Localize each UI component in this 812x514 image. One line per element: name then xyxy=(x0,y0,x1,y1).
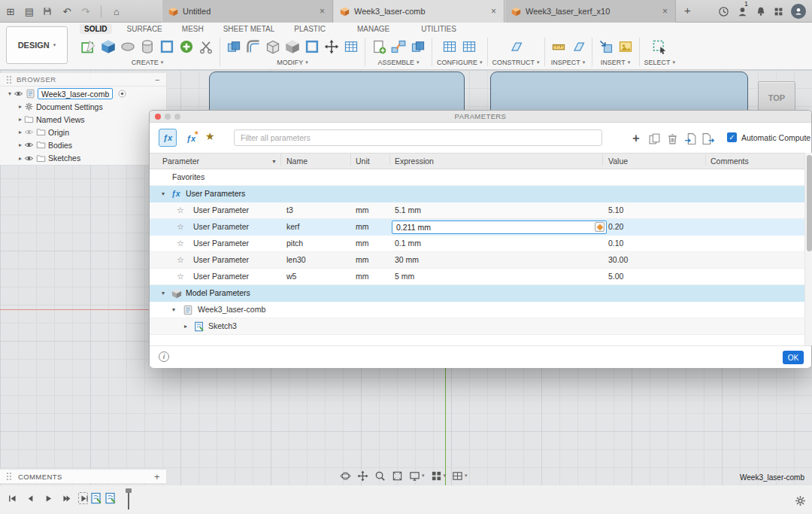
browser-item-named-views[interactable]: ▸ Named Views xyxy=(0,113,166,126)
insert-derive-icon[interactable] xyxy=(597,38,615,56)
timeline-sketch-feature[interactable] xyxy=(105,491,117,505)
apps-icon[interactable]: ⊞ xyxy=(5,6,17,17)
tab-solid[interactable]: SOLID xyxy=(80,24,112,34)
go-to-start-icon[interactable] xyxy=(8,494,17,503)
collapse-icon[interactable]: ▾ xyxy=(172,302,175,318)
user-parameters-group-row[interactable]: ▾ ƒx User Parameters xyxy=(150,186,804,202)
play-icon[interactable] xyxy=(44,494,53,503)
save-icon[interactable] xyxy=(42,6,54,17)
parameter-row-pitch[interactable]: ☆ User Parameter pitch mm 0.1 mm 0.10 xyxy=(150,236,804,252)
col-name[interactable]: Name xyxy=(286,154,308,169)
ok-button[interactable]: OK xyxy=(783,351,804,364)
home-icon[interactable]: ⌂ xyxy=(111,6,123,17)
filter-parameters-input[interactable] xyxy=(234,129,602,146)
col-value[interactable]: Value xyxy=(608,154,628,169)
tab-manage[interactable]: MANAGE xyxy=(353,24,394,34)
insert-menu[interactable]: INSERT▾ xyxy=(601,59,630,66)
activate-radio-icon[interactable] xyxy=(117,89,127,99)
section-analysis-icon[interactable] xyxy=(569,38,587,56)
model-parameters-group-row[interactable]: ▾ Model Parameters xyxy=(150,285,804,302)
parameter-row-len30[interactable]: ☆ User Parameter len30 mm 30 mm 30.00 xyxy=(150,252,804,269)
construction-plane-icon[interactable] xyxy=(507,38,525,56)
add-user-parameter-icon[interactable]: ƒx★ xyxy=(183,130,199,147)
app-grid-icon[interactable] xyxy=(774,7,783,17)
expression-input[interactable] xyxy=(392,221,607,234)
close-tab-icon[interactable]: × xyxy=(489,6,498,17)
grip-icon[interactable] xyxy=(6,75,12,84)
parameter-row-w5[interactable]: ☆ User Parameter w5 mm 5 mm 5.00 xyxy=(150,269,804,285)
visibility-eye-icon[interactable] xyxy=(24,154,34,163)
change-parameters-icon[interactable] xyxy=(342,38,360,56)
user-avatar[interactable] xyxy=(791,4,806,19)
expand-icon[interactable]: ▸ xyxy=(17,116,24,123)
new-component-icon[interactable] xyxy=(370,38,388,56)
timeline-sketch-feature[interactable] xyxy=(90,491,102,505)
inspect-menu[interactable]: INSPECT▾ xyxy=(551,59,586,66)
browser-item-bodies[interactable]: ▸ Bodies xyxy=(0,138,166,151)
info-icon[interactable]: i xyxy=(159,351,169,362)
browser-item-document-settings[interactable]: ▸ Document Settings xyxy=(0,100,166,113)
visibility-eye-icon[interactable] xyxy=(24,140,34,150)
sketch-row[interactable]: ▸ Sketch3 xyxy=(150,318,804,335)
expand-icon[interactable]: ▸ xyxy=(17,141,24,148)
construct-menu[interactable]: CONSTRUCT▾ xyxy=(492,59,540,66)
root-component-name[interactable]: Week3_laser-comb xyxy=(38,88,113,99)
scrollbar-thumb[interactable] xyxy=(807,155,812,251)
redo-icon[interactable]: ↷ xyxy=(80,6,92,17)
browser-item-origin[interactable]: ▸ Origin xyxy=(0,126,166,138)
sort-desc-icon[interactable]: ▼ xyxy=(271,154,277,169)
select-icon[interactable] xyxy=(650,38,668,56)
select-menu[interactable]: SELECT▾ xyxy=(644,59,676,66)
tab-surface[interactable]: SURFACE xyxy=(123,24,167,34)
collaborators-icon[interactable]: 1 xyxy=(737,6,748,17)
col-expression[interactable]: Expression xyxy=(395,154,434,169)
collapse-icon[interactable]: ▾ xyxy=(6,90,14,97)
parameter-row-t3[interactable]: ☆ User Parameter t3 mm 5.1 mm 5.10 xyxy=(150,202,804,219)
expand-icon[interactable]: ▸ xyxy=(184,318,187,334)
automatic-compute-checkbox[interactable]: ✓ xyxy=(727,132,737,142)
favorite-star-icon[interactable]: ☆ xyxy=(177,202,184,218)
grip-icon[interactable] xyxy=(6,472,12,481)
comments-panel[interactable]: COMMENTS + xyxy=(0,469,167,484)
collapse-panel-icon[interactable]: − xyxy=(155,75,160,84)
combine-icon[interactable] xyxy=(283,38,301,56)
sweep-icon[interactable] xyxy=(138,38,156,56)
tab-sheet-metal[interactable]: SHEET METAL xyxy=(219,24,280,34)
create-sketch-icon[interactable] xyxy=(80,38,98,56)
dialog-titlebar[interactable]: PARAMETERS xyxy=(150,111,811,123)
timeline-track[interactable] xyxy=(78,491,117,505)
expand-icon[interactable]: ▸ xyxy=(17,129,24,135)
rigid-group-icon[interactable] xyxy=(409,38,427,56)
joint-icon[interactable] xyxy=(389,38,408,56)
user-parameters-filter-button[interactable]: ƒx xyxy=(159,129,177,147)
parameter-row-kerf[interactable]: ☆ User Parameter kerf mm 0.20 xyxy=(150,219,804,236)
favorite-star-icon[interactable]: ☆ xyxy=(177,269,184,284)
favorite-star-icon[interactable]: ☆ xyxy=(177,252,184,268)
revolve-icon[interactable] xyxy=(119,38,137,56)
configure-menu[interactable]: CONFIGURE▾ xyxy=(437,59,483,66)
doc-tab-untitled[interactable]: Untitled × xyxy=(162,0,333,23)
configuration-icon[interactable] xyxy=(441,38,459,56)
preferences-gear-icon[interactable] xyxy=(794,494,807,507)
fillet-icon[interactable] xyxy=(244,38,262,56)
configuration-table-icon[interactable] xyxy=(460,38,478,56)
expand-icon[interactable]: ▸ xyxy=(17,103,24,110)
split-icon[interactable] xyxy=(197,38,215,56)
favorites-filter-icon[interactable]: ★ xyxy=(205,130,215,142)
new-tab-button[interactable]: + xyxy=(684,4,691,17)
expression-reset-icon[interactable] xyxy=(595,222,604,232)
tab-utilities[interactable]: UTILITIES xyxy=(417,24,461,34)
orbit-icon[interactable] xyxy=(340,470,351,482)
export-parameters-icon[interactable] xyxy=(699,130,716,147)
dialog-scrollbar[interactable] xyxy=(804,153,812,345)
pattern-icon[interactable] xyxy=(158,38,176,56)
delete-parameter-icon[interactable] xyxy=(664,130,680,147)
doc-tab-week3-laser-kerf-x10[interactable]: Week3_laser_kerf_x10 × xyxy=(504,0,676,23)
canvas-icon[interactable] xyxy=(617,38,635,56)
step-forward-icon[interactable] xyxy=(62,494,71,503)
shell-icon[interactable] xyxy=(264,38,282,56)
assemble-menu[interactable]: ASSEMBLE▾ xyxy=(377,59,419,66)
favorites-row[interactable]: Favorites xyxy=(150,169,804,186)
favorite-star-icon[interactable]: ☆ xyxy=(177,219,184,235)
expand-icon[interactable]: ▸ xyxy=(17,155,24,162)
